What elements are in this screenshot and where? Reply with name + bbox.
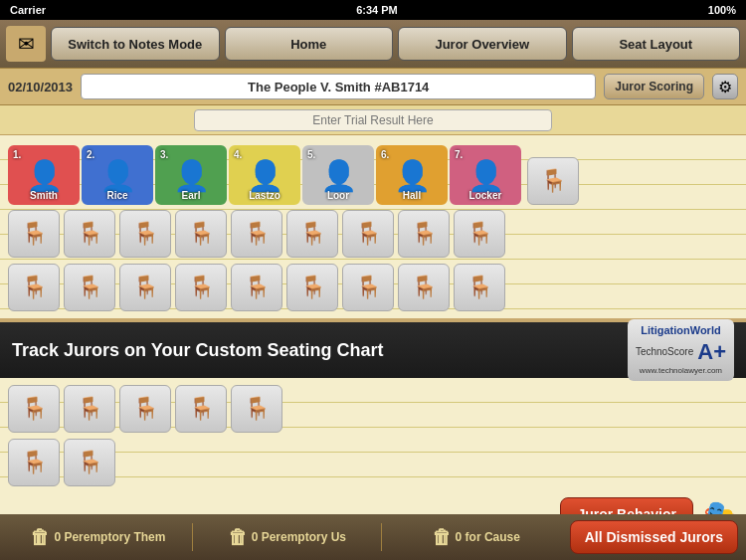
juror-card-7[interactable]: 👤7.Locker: [450, 145, 521, 205]
juror-num-2: 2.: [87, 149, 94, 160]
seat-row-1: 🪑🪑🪑🪑🪑🪑🪑🪑🪑: [8, 207, 738, 261]
seat-button[interactable]: 🪑: [231, 385, 282, 433]
juror-scoring-button[interactable]: Juror Scoring: [604, 74, 704, 99]
status-bar: Carrier 6:34 PM 100%: [0, 0, 746, 20]
juror-name-2: Rice: [106, 190, 127, 201]
seat-button[interactable]: 🪑: [119, 264, 171, 311]
juror-name-7: Locker: [469, 190, 502, 201]
juror-card-5[interactable]: 👤5.Loor: [302, 145, 374, 205]
juror-num-4: 4.: [234, 149, 242, 160]
seat-button[interactable]: 🪑: [8, 210, 60, 258]
seat-button[interactable]: 🪑: [398, 210, 450, 258]
carrier-label: Carrier: [10, 4, 46, 16]
home-button[interactable]: Home: [225, 27, 394, 61]
seat-button[interactable]: 🪑: [454, 210, 505, 258]
seat-row-2: 🪑🪑🪑🪑🪑🪑🪑🪑🪑: [8, 261, 738, 314]
main-content: 👤1.Smith👤2.Rice👤3.Earl👤4.Lastzo👤5.Loor👤6…: [0, 135, 746, 318]
separator-2: [381, 523, 382, 551]
juror-num-6: 6.: [381, 149, 389, 160]
seat-button[interactable]: 🪑: [175, 264, 227, 311]
juror-overview-button[interactable]: Juror Overview: [398, 27, 567, 61]
juror-card-4[interactable]: 👤4.Lastzo: [229, 145, 300, 205]
seat-button[interactable]: 🪑: [454, 264, 505, 311]
seat-button[interactable]: 🪑: [119, 385, 171, 433]
grade-label: A+: [697, 338, 726, 367]
case-title: The People V. Smith #AB1714: [81, 74, 596, 99]
seat-button[interactable]: 🪑: [286, 210, 338, 258]
peremptory-them-label: 0 Peremptory Them: [54, 530, 165, 544]
mail-icon[interactable]: ✉: [6, 26, 46, 62]
juror-card-1[interactable]: 👤1.Smith: [8, 145, 80, 205]
seat-layout-button[interactable]: Seat Layout: [572, 27, 741, 61]
juror-row: 👤1.Smith👤2.Rice👤3.Earl👤4.Lastzo👤5.Loor👤6…: [8, 139, 738, 207]
separator-1: [192, 523, 193, 551]
trial-input-row: [0, 105, 746, 135]
juror-name-1: Smith: [30, 190, 58, 201]
for-cause-stat: 🗑 0 for Cause: [386, 526, 566, 549]
bottom-seats: 🪑🪑🪑🪑🪑 🪑🪑: [0, 378, 746, 493]
all-dismissed-button[interactable]: All Dismissed Jurors: [570, 520, 738, 554]
promo-badge: LitigationWorld TechnoScore A+ www.techn…: [628, 319, 734, 380]
seat-button[interactable]: 🪑: [175, 385, 227, 433]
gear-icon[interactable]: ⚙: [712, 74, 738, 99]
bottom-bar: 🗑 0 Peremptory Them 🗑 0 Peremptory Us 🗑 …: [0, 514, 746, 560]
extra-seat-slot[interactable]: 🪑: [527, 157, 579, 205]
top-nav: ✉ Switch to Notes Mode Home Juror Overvi…: [0, 20, 746, 68]
juror-card-3[interactable]: 👤3.Earl: [155, 145, 227, 205]
seat-button[interactable]: 🪑: [64, 385, 115, 433]
switch-mode-button[interactable]: Switch to Notes Mode: [51, 27, 220, 61]
juror-name-6: Hall: [403, 190, 421, 201]
seat-button[interactable]: 🪑: [398, 264, 450, 311]
seat-button[interactable]: 🪑: [64, 439, 115, 486]
trash-icon-3: 🗑: [432, 526, 452, 549]
trash-icon-1: 🗑: [30, 526, 50, 549]
title-bar: 02/10/2013 The People V. Smith #AB1714 J…: [0, 68, 746, 105]
seat-button[interactable]: 🪑: [175, 210, 227, 258]
seat-button[interactable]: 🪑: [119, 210, 171, 258]
peremptory-us-stat: 🗑 0 Peremptory Us: [197, 526, 377, 549]
promo-banner: Track Jurors on Your Custom Seating Char…: [0, 322, 746, 378]
peremptory-us-label: 0 Peremptory Us: [252, 530, 346, 544]
juror-num-1: 1.: [13, 149, 21, 160]
seat-button[interactable]: 🪑: [64, 264, 115, 311]
seat-button[interactable]: 🪑: [231, 264, 282, 311]
juror-num-7: 7.: [455, 149, 463, 160]
seat-button[interactable]: 🪑: [231, 210, 282, 258]
time-label: 6:34 PM: [356, 4, 398, 16]
seat-button[interactable]: 🪑: [342, 210, 394, 258]
seat-button[interactable]: 🪑: [8, 385, 60, 433]
jurors-container: 👤1.Smith👤2.Rice👤3.Earl👤4.Lastzo👤5.Loor👤6…: [8, 145, 521, 205]
website-label: www.technolawyer.com: [636, 366, 726, 376]
battery-label: 100%: [708, 4, 736, 16]
juror-card-2[interactable]: 👤2.Rice: [82, 145, 153, 205]
for-cause-label: 0 for Cause: [456, 530, 520, 544]
technoscore-label: TechnoScore: [636, 345, 693, 358]
juror-num-3: 3.: [160, 149, 168, 160]
juror-name-3: Earl: [182, 190, 201, 201]
seat-row-bottom-2: 🪑🪑: [8, 436, 738, 489]
juror-num-5: 5.: [307, 149, 315, 160]
seat-button[interactable]: 🪑: [8, 264, 60, 311]
juror-name-5: Loor: [327, 190, 349, 201]
seat-button[interactable]: 🪑: [342, 264, 394, 311]
promo-text: Track Jurors on Your Custom Seating Char…: [12, 340, 383, 361]
seat-row-bottom-1: 🪑🪑🪑🪑🪑: [8, 382, 738, 436]
date-label: 02/10/2013: [8, 80, 73, 94]
trial-result-input[interactable]: [194, 109, 552, 131]
brand-name: LitigationWorld: [636, 323, 726, 337]
seat-button[interactable]: 🪑: [64, 210, 115, 258]
seat-button[interactable]: 🪑: [286, 264, 338, 311]
seat-button[interactable]: 🪑: [8, 439, 60, 486]
trash-icon-2: 🗑: [228, 526, 248, 549]
juror-card-6[interactable]: 👤6.Hall: [376, 145, 448, 205]
juror-name-4: Lastzo: [249, 190, 280, 201]
peremptory-them-stat: 🗑 0 Peremptory Them: [8, 526, 188, 549]
